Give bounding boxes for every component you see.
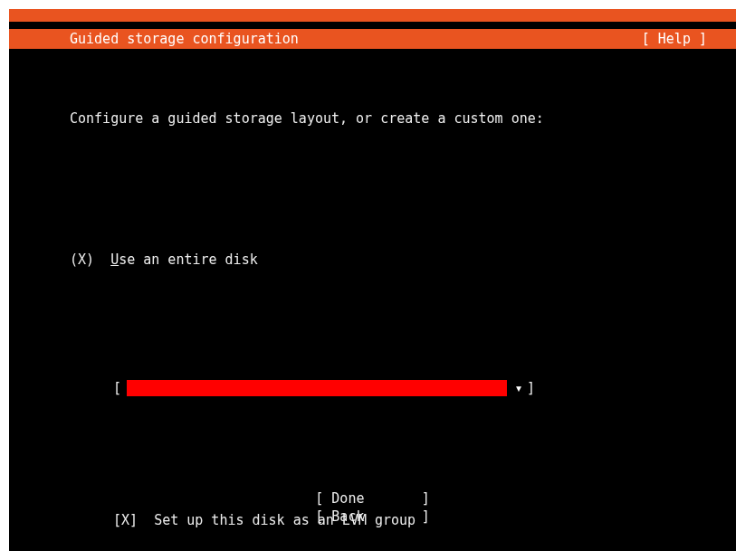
page-title: Guided storage configuration [70,31,299,47]
option-entire-disk-label: Use an entire disk [110,252,258,268]
disk-dropdown[interactable]: [ ▾ ] [113,378,535,398]
footer-buttons: [ Done ] [ Back ] [9,489,736,526]
chevron-down-icon: ▾ [514,380,523,396]
disk-name-redacted [127,380,507,396]
bracket-close: ] [527,380,535,396]
option-entire-disk[interactable]: (X) Use an entire disk [70,249,544,271]
title-bar: Guided storage configuration [ Help ] [9,29,736,49]
prompt-text: Configure a guided storage layout, or cr… [70,108,544,129]
help-button[interactable]: [ Help ] [642,31,707,47]
radio-entire-disk[interactable]: (X) [70,252,94,268]
bracket-open: [ [113,380,121,396]
hotkey-letter: U [110,252,119,268]
content-area: Configure a guided storage layout, or cr… [70,59,544,560]
top-accent-bar [9,9,736,22]
done-button[interactable]: [ Done ] [9,489,736,508]
disk-selector-row: [ ▾ ] [113,377,544,399]
installer-screen: Guided storage configuration [ Help ] Co… [9,9,736,551]
back-button[interactable]: [ Back ] [9,508,736,526]
